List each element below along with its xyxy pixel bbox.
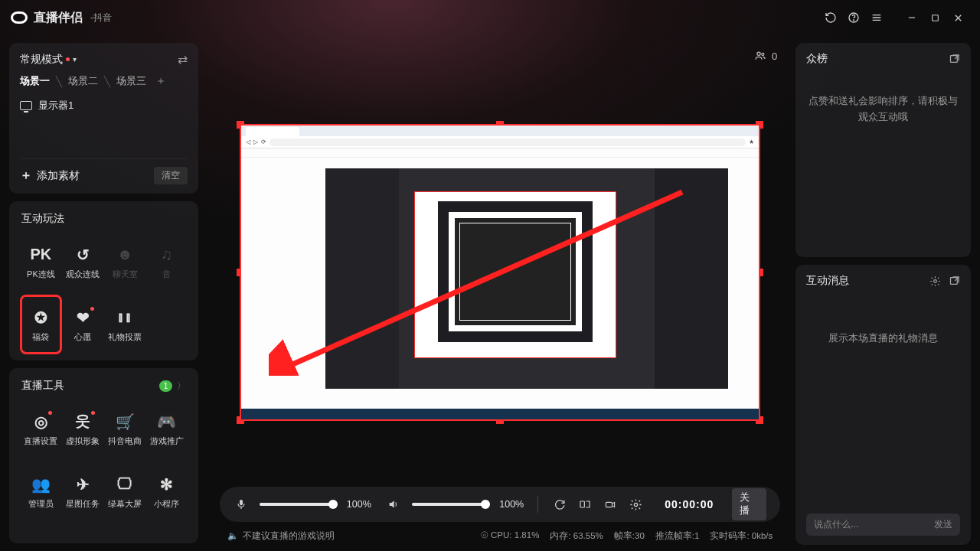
monitor-icon (20, 101, 32, 110)
interactive-item-label: 礼物投票 (108, 331, 142, 343)
tools-panel: 直播工具 1 〉 ◎直播设置웃虚拟形象🛒抖音电商🎮游戏推广👥管理员✈星图任务🖵绿… (9, 368, 198, 543)
window-minimize-icon[interactable] (900, 6, 923, 29)
message-settings-icon[interactable] (929, 276, 941, 287)
rank-panel: 众榜 点赞和送礼会影响排序，请积极与观众互动哦 (795, 43, 971, 257)
interactive-item-label: 观众连线 (66, 269, 100, 280)
interactive-item-label: PK连线 (27, 269, 55, 280)
status-bitrate: 实时码率: 0kb/s (710, 530, 773, 542)
preview-content: ◁▷⟳★ (241, 126, 759, 419)
audience-icon: ↺ (77, 244, 90, 266)
gamepush-icon: 🎮 (157, 411, 176, 432)
interactive-item-pk[interactable]: PKPK连线 (20, 232, 62, 292)
chat-input[interactable]: 说点什么... 发送 (806, 514, 960, 536)
svg-point-3 (757, 52, 760, 55)
gear-icon[interactable] (629, 497, 643, 512)
window-close-icon[interactable] (946, 6, 969, 29)
app-logo: 直播伴侣 (11, 10, 83, 26)
green-icon: 🖵 (117, 474, 132, 495)
interactive-item-fudai[interactable]: ✪福袋 (20, 295, 62, 354)
viewers-icon (753, 50, 767, 62)
message-popout-icon[interactable] (949, 276, 960, 287)
refresh-icon[interactable] (819, 6, 842, 29)
tool-item-label: 管理员 (28, 498, 54, 510)
scene-tab-1[interactable]: 场景一 (20, 75, 50, 88)
svg-rect-10 (951, 55, 958, 62)
svg-rect-8 (606, 502, 612, 507)
status-bar: 🔈 不建议直播的游戏说明 ⦾ CPU: 1.81% 内存: 63.55% 帧率:… (212, 525, 788, 546)
tool-item-admin[interactable]: 👥管理员 (20, 461, 62, 521)
preview-canvas[interactable]: ◁▷⟳★ (240, 124, 760, 421)
interactive-item-giftvote[interactable]: ⫾⫾礼物投票 (104, 295, 146, 354)
right-column: 众榜 点赞和送礼会影响排序，请积极与观众互动哦 互动消息 展示本场直播的礼物消息 (792, 35, 980, 551)
tool-item-xingtu[interactable]: ✈星图任务 (62, 461, 104, 521)
status-fps: 帧率:30 (614, 530, 645, 542)
mode-selector[interactable]: 常规模式 ▾ ⇄ (20, 52, 188, 67)
fudai-icon: ✪ (34, 307, 47, 328)
svg-point-11 (934, 279, 937, 282)
interactive-item-label: 心愿 (74, 331, 91, 343)
tool-item-label: 直播设置 (24, 435, 57, 447)
status-hint[interactable]: 不建议直播的游戏说明 (243, 530, 335, 542)
window-maximize-icon[interactable] (923, 6, 946, 29)
viewer-count: 0 (753, 50, 777, 62)
scene-tabs: 场景一 ╲ 场景二 ╲ 场景三 ＋ (20, 74, 188, 88)
scene-tab-2[interactable]: 场景二 (68, 75, 98, 88)
tool-item-gamepush[interactable]: 🎮游戏推广 (145, 399, 188, 458)
chevron-down-icon: ▾ (73, 55, 77, 64)
svg-point-1 (854, 20, 854, 21)
camera-icon[interactable] (603, 497, 618, 512)
svg-rect-7 (580, 501, 584, 507)
message-panel: 互动消息 展示本场直播的礼物消息 说点什么... 发送 (795, 265, 971, 545)
help-icon[interactable] (842, 6, 865, 29)
interactive-item-wish[interactable]: ❤心愿 (62, 295, 104, 354)
chat-send-button[interactable]: 发送 (934, 518, 952, 531)
chevron-right-icon[interactable]: 〉 (177, 380, 186, 393)
giftvote-icon: ⫾⫾ (117, 307, 132, 328)
tool-item-label: 星图任务 (66, 498, 100, 510)
popout-icon[interactable] (949, 54, 960, 65)
flip-icon[interactable] (577, 497, 592, 512)
avatar-icon: 웃 (75, 411, 90, 432)
plus-icon: ＋ (20, 168, 32, 184)
miniprog-icon: ✻ (160, 474, 173, 495)
add-source-label: 添加素材 (37, 169, 80, 183)
setting-icon: ◎ (34, 411, 47, 432)
tool-item-label: 虚拟形象 (66, 435, 100, 447)
speaker-slider[interactable] (412, 503, 485, 506)
tool-item-green[interactable]: 🖵绿幕大屏 (104, 461, 146, 521)
music-icon: ♫ (161, 244, 172, 266)
source-monitor-label: 显示器1 (38, 99, 74, 112)
mic-percent: 100% (347, 499, 371, 510)
speaker-icon[interactable] (387, 497, 401, 512)
menu-icon[interactable] (865, 6, 888, 29)
add-source-button[interactable]: ＋ 添加素材 (20, 168, 80, 184)
wish-icon: ❤ (77, 307, 90, 328)
mic-slider[interactable] (260, 503, 333, 506)
rank-hint: 点赞和送礼会影响排序，请积极与观众互动哦 (806, 93, 960, 126)
stop-stream-button[interactable]: 关播 (732, 488, 766, 520)
swap-icon[interactable]: ⇄ (178, 52, 188, 67)
add-scene-icon[interactable]: ＋ (155, 74, 166, 88)
message-title: 互动消息 (806, 274, 849, 288)
tool-item-ecom[interactable]: 🛒抖音电商 (104, 399, 146, 458)
rotate-icon[interactable] (552, 497, 567, 512)
tool-item-avatar[interactable]: 웃虚拟形象 (62, 399, 104, 458)
interactive-item-chatroom: ☻聊天室 (104, 232, 146, 292)
clear-sources-button[interactable]: 清空 (154, 167, 188, 184)
mode-hot-dot (66, 57, 70, 61)
stream-timer: 00:00:00 (665, 498, 714, 510)
source-monitor-row[interactable]: 显示器1 (20, 99, 188, 112)
speaker-percent: 100% (499, 499, 524, 510)
svg-rect-6 (240, 500, 243, 505)
tool-item-setting[interactable]: ◎直播设置 (20, 399, 62, 458)
interactive-item-label: 福袋 (32, 331, 49, 343)
interactive-item-label: 音 (162, 269, 171, 280)
status-cpu: ⦾ CPU: 1.81% (481, 530, 540, 542)
xingtu-icon: ✈ (77, 474, 90, 495)
mic-icon[interactable] (234, 497, 248, 512)
tool-item-miniprog[interactable]: ✻小程序 (145, 461, 188, 521)
left-column: 常规模式 ▾ ⇄ 场景一 ╲ 场景二 ╲ 场景三 ＋ 显示器1 ＋ 添加素材 (0, 35, 207, 551)
interactive-item-label: 聊天室 (113, 269, 138, 280)
scene-tab-3[interactable]: 场景三 (116, 75, 146, 88)
interactive-item-audience[interactable]: ↺观众连线 (62, 232, 104, 292)
